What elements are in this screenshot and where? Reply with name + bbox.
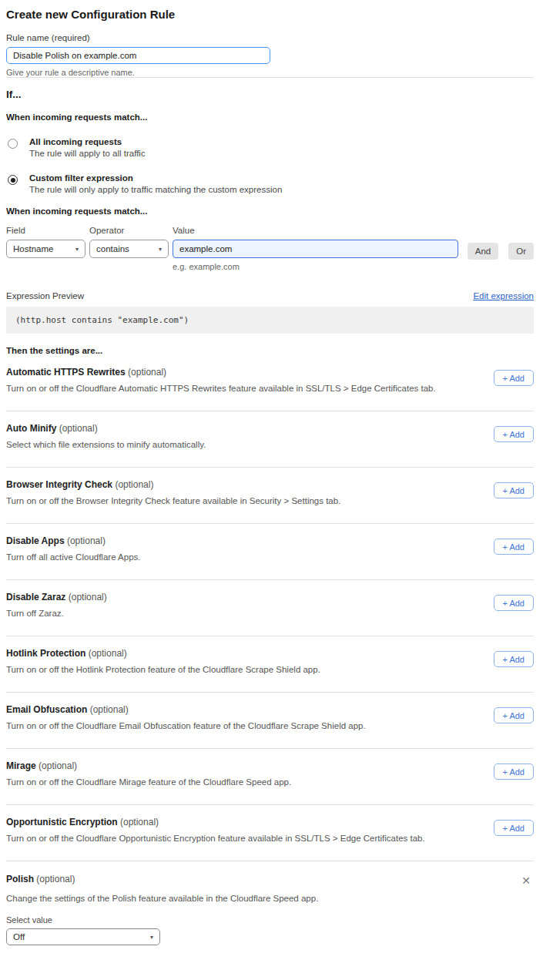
optional-tag: (optional) [39, 760, 77, 771]
radio-label: All incoming requests [29, 137, 146, 146]
add-button[interactable]: + Add [494, 820, 534, 836]
radio-option-custom-filter-expression[interactable]: Custom filter expression The rule will o… [6, 173, 534, 194]
setting-browser-integrity-check: Browser Integrity Check (optional) Turn … [6, 468, 534, 523]
rule-name-block: Rule name (required) Give your rule a de… [6, 33, 534, 77]
or-button[interactable]: Or [508, 243, 534, 260]
setting-mirage: Mirage (optional) Turn on or off the Clo… [6, 749, 534, 804]
setting-text: Automatic HTTPS Rewrites (optional) Turn… [6, 367, 436, 393]
setting-text: Browser Integrity Check (optional) Turn … [6, 479, 340, 505]
setting-description: Turn off all active Cloudflare Apps. [6, 552, 141, 562]
setting-title: Hotlink Protection [6, 648, 85, 659]
setting-text: Email Obfuscation (optional) Turn on or … [6, 704, 366, 730]
optional-tag: (optional) [115, 479, 153, 490]
radio-description: The rule will only apply to traffic matc… [29, 185, 282, 194]
field-select[interactable]: Hostname ▾ [6, 240, 85, 258]
filter-row: Field Hostname ▾ Operator contains ▾ Val… [6, 226, 534, 271]
optional-tag: (optional) [67, 535, 106, 546]
setting-title: Polish [6, 874, 34, 884]
rule-name-input[interactable] [6, 47, 270, 64]
expression-preview-label: Expression Preview [6, 291, 84, 300]
setting-text: Disable Zaraz (optional) Turn off Zaraz. [6, 592, 107, 618]
setting-email-obfuscation: Email Obfuscation (optional) Turn on or … [6, 693, 534, 748]
setting-description: Turn on or off the Cloudflare Email Obfu… [6, 721, 366, 730]
setting-description: Turn on or off the Hotlink Protection fe… [6, 665, 320, 674]
setting-text: Mirage (optional) Turn on or off the Clo… [6, 760, 291, 787]
setting-text: Opportunistic Encryption (optional) Turn… [6, 817, 425, 843]
setting-title: Mirage [6, 760, 36, 771]
radio-icon[interactable] [8, 139, 18, 149]
setting-automatic-https-rewrites: Automatic HTTPS Rewrites (optional) Turn… [6, 355, 534, 411]
value-column: Value e.g. example.com [173, 226, 458, 271]
optional-tag: (optional) [59, 423, 98, 434]
polish-select-value: Off [13, 932, 25, 941]
if-heading: If... [6, 89, 534, 100]
operator-select[interactable]: contains ▾ [89, 240, 169, 258]
setting-title: Disable Apps [6, 535, 65, 546]
close-icon[interactable]: ✕ [518, 874, 534, 888]
chevron-down-icon: ▾ [75, 246, 79, 253]
add-button[interactable]: + Add [494, 707, 534, 723]
filter-match-heading: When incoming requests match... [6, 206, 534, 216]
setting-description: Turn off Zaraz. [6, 609, 107, 618]
add-button[interactable]: + Add [494, 764, 534, 780]
chevron-down-icon: ▾ [159, 246, 162, 253]
optional-tag: (optional) [128, 367, 166, 378]
add-button[interactable]: + Add [494, 651, 534, 667]
setting-title: Auto Minify [6, 423, 56, 434]
operator-select-value: contains [96, 244, 129, 253]
and-or-buttons: And Or [468, 226, 534, 271]
setting-disable-zaraz: Disable Zaraz (optional) Turn off Zaraz.… [6, 580, 534, 636]
setting-description: Turn on or off the Cloudflare Opportunis… [6, 834, 425, 843]
optional-tag: (optional) [89, 648, 127, 659]
add-button[interactable]: + Add [494, 595, 534, 611]
add-button[interactable]: + Add [494, 370, 534, 386]
setting-description: Select which file extensions to minify a… [6, 440, 206, 449]
add-button[interactable]: + Add [494, 482, 534, 498]
setting-hotlink-protection: Hotlink Protection (optional) Turn on or… [6, 636, 534, 692]
setting-description: Turn on or off the Cloudflare Mirage fea… [6, 777, 291, 787]
setting-text: Auto Minify (optional) Select which file… [6, 423, 206, 449]
add-button[interactable]: + Add [494, 426, 534, 442]
page-title: Create new Configuration Rule [6, 8, 534, 21]
add-button[interactable]: + Add [494, 539, 534, 555]
section-divider [6, 77, 534, 78]
polish-select-label: Select value [6, 915, 534, 925]
setting-title: Email Obfuscation [6, 704, 87, 715]
setting-disable-apps: Disable Apps (optional) Turn off all act… [6, 524, 534, 579]
value-helper: e.g. example.com [173, 262, 458, 271]
radio-icon[interactable] [8, 175, 18, 185]
then-settings-heading: Then the settings are... [6, 346, 534, 355]
optional-tag: (optional) [120, 817, 159, 827]
setting-polish-expanded: Polish (optional) ✕ Change the settings … [6, 861, 534, 945]
setting-auto-minify: Auto Minify (optional) Select which file… [6, 411, 534, 467]
and-button[interactable]: And [468, 243, 498, 260]
setting-title: Browser Integrity Check [6, 479, 112, 490]
expression-code: (http.host contains "example.com") [6, 307, 534, 334]
polish-value-select[interactable]: Off ▾ [6, 928, 160, 945]
setting-text: Disable Apps (optional) Turn off all act… [6, 535, 141, 562]
optional-tag: (optional) [69, 592, 107, 602]
field-column: Field Hostname ▾ [6, 226, 85, 271]
field-select-value: Hostname [13, 244, 53, 253]
optional-tag: (optional) [90, 704, 129, 715]
value-label: Value [173, 226, 458, 235]
setting-text: Hotlink Protection (optional) Turn on or… [6, 648, 320, 674]
operator-label: Operator [89, 226, 169, 235]
setting-description: Turn on or off the Cloudflare Automatic … [6, 384, 436, 393]
chevron-down-icon: ▾ [150, 934, 153, 941]
optional-tag: (optional) [36, 874, 75, 884]
field-label: Field [6, 226, 85, 235]
radio-option-all-incoming-requests[interactable]: All incoming requests The rule will appl… [6, 137, 534, 158]
radio-description: The rule will apply to all traffic [29, 149, 146, 158]
value-input[interactable] [173, 240, 458, 258]
operator-column: Operator contains ▾ [89, 226, 169, 271]
setting-title: Disable Zaraz [6, 592, 65, 602]
setting-opportunistic-encryption: Opportunistic Encryption (optional) Turn… [6, 805, 534, 861]
rule-name-helper: Give your rule a descriptive name. [6, 68, 534, 77]
setting-description: Turn on or off the Browser Integrity Che… [6, 496, 340, 505]
rule-name-label: Rule name (required) [6, 33, 534, 42]
edit-expression-link[interactable]: Edit expression [473, 291, 534, 300]
polish-description: Change the settings of the Polish featur… [6, 894, 534, 903]
setting-title: Automatic HTTPS Rewrites [6, 367, 126, 378]
radio-label: Custom filter expression [29, 173, 282, 183]
